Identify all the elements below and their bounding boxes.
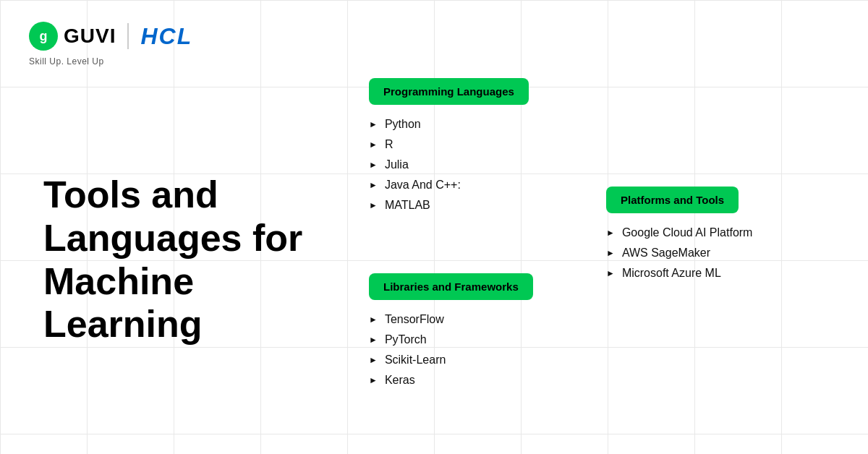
platforms-tools-list: ► Google Cloud AI Platform ► AWS SageMak… <box>606 226 752 280</box>
main-title-line2: Languages for <box>43 217 302 259</box>
hcl-logo-text: HCL <box>140 23 192 50</box>
list-item: ► Julia <box>369 158 529 171</box>
arrow-icon: ► <box>369 200 378 210</box>
arrow-icon: ► <box>369 335 378 345</box>
guvi-logo-circle: g <box>29 22 58 51</box>
logo-divider <box>127 23 129 49</box>
list-item-text: TensorFlow <box>385 313 444 326</box>
list-item: ► AWS SageMaker <box>606 247 752 260</box>
list-item: ► PyTorch <box>369 333 533 346</box>
guvi-logo-letter: g <box>40 29 48 44</box>
platforms-tools-badge: Platforms and Tools <box>606 187 739 213</box>
libraries-frameworks-badge: Libraries and Frameworks <box>369 273 533 300</box>
list-item-text: Java And C++: <box>385 179 461 192</box>
arrow-icon: ► <box>369 314 378 325</box>
list-item-text: Julia <box>385 158 409 171</box>
arrow-icon: ► <box>369 160 378 170</box>
list-item: ► Python <box>369 118 529 131</box>
list-item: ► R <box>369 138 529 151</box>
arrow-icon: ► <box>606 248 615 258</box>
list-item-text: AWS SageMaker <box>622 247 710 260</box>
list-item-text: PyTorch <box>385 333 427 346</box>
list-item: ► Java And C++: <box>369 179 529 192</box>
list-item-text: MATLAB <box>385 199 430 212</box>
list-item-text: R <box>385 138 393 151</box>
programming-languages-section: Programming Languages ► Python ► R ► Jul… <box>369 78 529 219</box>
platforms-tools-section: Platforms and Tools ► Google Cloud AI Pl… <box>606 187 752 287</box>
libraries-frameworks-list: ► TensorFlow ► PyTorch ► Scikit-Learn ► … <box>369 313 533 387</box>
main-title: Tools and Languages for Machine Learning <box>43 174 318 346</box>
main-title-line3: Machine Learning <box>43 260 203 346</box>
arrow-icon: ► <box>369 355 378 365</box>
list-item: ► Google Cloud AI Platform <box>606 226 752 239</box>
list-item-text: Keras <box>385 374 415 387</box>
list-item: ► MATLAB <box>369 199 529 212</box>
tagline: Skill Up. Level Up <box>29 56 104 67</box>
arrow-icon: ► <box>606 268 615 278</box>
list-item-text: Google Cloud AI Platform <box>622 226 753 239</box>
programming-languages-badge: Programming Languages <box>369 78 529 105</box>
list-item-text: Python <box>385 118 421 131</box>
arrow-icon: ► <box>369 140 378 150</box>
arrow-icon: ► <box>369 119 378 129</box>
list-item: ► Keras <box>369 374 533 387</box>
arrow-icon: ► <box>369 375 378 385</box>
arrow-icon: ► <box>606 228 615 238</box>
list-item-text: Scikit-Learn <box>385 354 446 367</box>
programming-languages-list: ► Python ► R ► Julia ► Java And C++: ► M… <box>369 118 529 212</box>
main-title-line1: Tools and <box>43 174 218 215</box>
list-item-text: Microsoft Azure ML <box>622 267 721 280</box>
header: g GUVI HCL <box>29 22 192 51</box>
libraries-frameworks-section: Libraries and Frameworks ► TensorFlow ► … <box>369 273 533 394</box>
arrow-icon: ► <box>369 180 378 190</box>
guvi-logo-text: GUVI <box>64 25 116 48</box>
list-item: ► Microsoft Azure ML <box>606 267 752 280</box>
list-item: ► Scikit-Learn <box>369 354 533 367</box>
list-item: ► TensorFlow <box>369 313 533 326</box>
guvi-logo: g GUVI <box>29 22 116 51</box>
